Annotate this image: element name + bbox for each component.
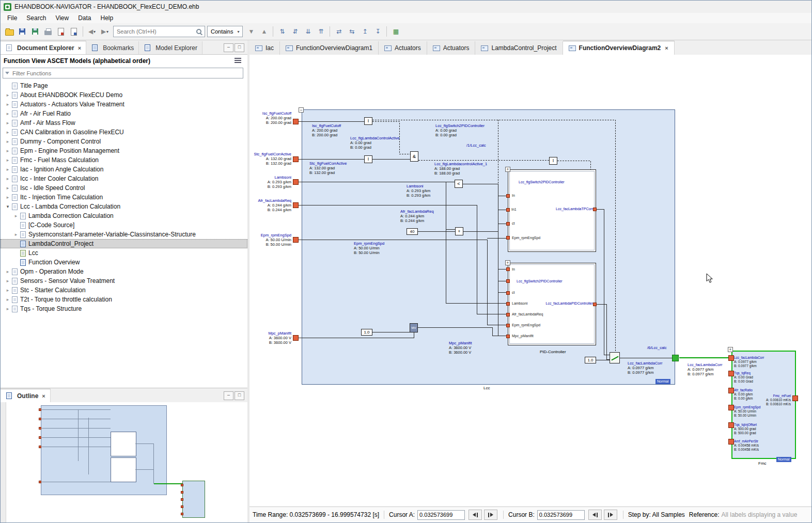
chevron-right-icon[interactable]: [5, 176, 11, 181]
find-previous-button[interactable]: ▲: [258, 25, 270, 38]
tree-item[interactable]: Sensors - Sensor Value Treatment: [1, 276, 247, 286]
invert-block[interactable]: I: [549, 157, 557, 165]
tab-outline[interactable]: Outline ×: [1, 389, 51, 402]
tab-actuators-2[interactable]: Actuators: [427, 41, 476, 55]
chevron-right-icon[interactable]: [5, 306, 11, 311]
tab-model-explorer[interactable]: Model Explorer: [139, 41, 202, 54]
chevron-right-icon[interactable]: [5, 92, 11, 98]
print-button[interactable]: [42, 25, 54, 38]
menu-search[interactable]: Search: [22, 13, 51, 23]
chevron-right-icon[interactable]: [5, 167, 11, 172]
invert-block[interactable]: I: [364, 155, 372, 163]
minimize-panel-button[interactable]: –: [224, 391, 233, 400]
chevron-right-icon[interactable]: [5, 195, 11, 200]
tree-item[interactable]: Systemconstant-Parameter-Variable-Classi…: [1, 230, 247, 239]
tree-item[interactable]: Fmc - Fuel Mass Calculation: [1, 155, 247, 165]
input-port[interactable]: [728, 439, 734, 445]
tree-item[interactable]: Lcc: [1, 248, 247, 258]
tree-item[interactable]: [C-Code Source]: [1, 220, 247, 230]
cursor-b-next-button[interactable]: [604, 510, 617, 520]
input-port[interactable]: [728, 371, 734, 376]
cursor-a-input[interactable]: [417, 510, 465, 520]
tree-item[interactable]: Iac - Ignition Angle Calculation: [1, 165, 247, 174]
close-icon[interactable]: ×: [665, 45, 668, 51]
expand-all-button[interactable]: ⇊: [302, 25, 314, 38]
sort-reverse-button[interactable]: ⇵: [289, 25, 301, 38]
tree-item[interactable]: Dummy - Component Control: [1, 137, 247, 146]
switch-block[interactable]: [610, 352, 620, 363]
constant-block[interactable]: 1.0: [585, 357, 596, 363]
chevron-right-icon[interactable]: [5, 102, 11, 107]
expand-block-icon[interactable]: +: [728, 347, 733, 352]
tree-item[interactable]: CAN Calibration in Gasoline FlexECU: [1, 128, 247, 137]
constant-block[interactable]: 1.0: [361, 329, 372, 336]
tree-item[interactable]: Lambda Correction Calculation: [1, 211, 247, 220]
tree-item[interactable]: Opm - Operation Mode: [1, 267, 247, 276]
add-block[interactable]: +: [455, 227, 463, 235]
and-block[interactable]: &: [410, 151, 418, 162]
cursor-b-previous-button[interactable]: [588, 510, 602, 520]
menu-help[interactable]: Help: [96, 13, 118, 23]
input-port[interactable]: [293, 179, 299, 185]
input-port[interactable]: [293, 119, 299, 124]
input-port[interactable]: [728, 388, 734, 393]
chevron-right-icon[interactable]: [13, 232, 19, 237]
view-menu-icon[interactable]: [235, 58, 241, 64]
chevron-right-icon[interactable]: [5, 120, 11, 125]
input-port[interactable]: [293, 335, 299, 341]
input-port[interactable]: [293, 237, 299, 243]
input-port[interactable]: [293, 156, 299, 162]
chevron-right-icon[interactable]: [5, 297, 11, 302]
tree-item[interactable]: Icc - Inter Cooler Calculation: [1, 174, 247, 183]
link-view-button[interactable]: ⇄: [333, 25, 345, 38]
navigate-forward-button[interactable]: ▶▾: [99, 25, 111, 38]
chevron-right-icon[interactable]: [5, 288, 11, 293]
cursor-b-input[interactable]: [537, 510, 585, 520]
maximize-panel-button[interactable]: □: [235, 391, 244, 400]
tab-actuators-1[interactable]: Actuators: [379, 41, 427, 55]
tree-item[interactable]: Function Overview: [1, 258, 247, 267]
tree-item-lcc[interactable]: Lcc - Lambda Correction Calculation: [1, 202, 247, 211]
minimize-panel-button[interactable]: –: [224, 43, 233, 52]
mux-block[interactable]: MV: [410, 323, 418, 332]
tree-item[interactable]: Itc - Injection Time Calculation: [1, 193, 247, 202]
search-input[interactable]: [116, 28, 196, 35]
go-child-button[interactable]: ↧: [371, 25, 384, 38]
chevron-right-icon[interactable]: [5, 269, 11, 274]
tree-item-lambdacontrol-project[interactable]: LambdaControl_Project: [1, 239, 247, 248]
tree-item[interactable]: Afr - Air Fuel Ratio: [1, 109, 247, 118]
tree-item[interactable]: Title Page: [1, 81, 247, 90]
export-report-button[interactable]: [68, 25, 80, 38]
navigate-back-button[interactable]: ◀▾: [86, 25, 98, 38]
tree-item[interactable]: Tqs - Torque Structure: [1, 304, 247, 313]
find-next-button[interactable]: ▼: [245, 25, 257, 38]
expand-block-icon[interactable]: +: [505, 167, 510, 172]
output-port[interactable]: [792, 395, 798, 401]
diagram-canvas[interactable]: − Isc_flgFuelCutoffA: 200.00 gradB: 200.…: [249, 55, 811, 507]
invert-block[interactable]: I: [364, 117, 372, 125]
tree-item[interactable]: Actuators - Actuators Value Treatment: [1, 100, 247, 109]
tab-document-explorer[interactable]: Document Explorer ×: [1, 41, 86, 54]
export-pdf-button[interactable]: [55, 25, 67, 38]
chevron-right-icon[interactable]: [5, 130, 11, 135]
less-than-block[interactable]: <: [455, 180, 463, 188]
filter-input[interactable]: [11, 70, 241, 77]
chevron-down-icon[interactable]: [5, 204, 11, 209]
close-icon[interactable]: ×: [78, 45, 81, 51]
menu-file[interactable]: File: [3, 13, 22, 23]
tab-bookmarks[interactable]: Bookmarks: [86, 41, 139, 54]
chevron-right-icon[interactable]: [5, 278, 11, 283]
chevron-right-icon[interactable]: [5, 139, 11, 144]
tab-iac[interactable]: Iac: [249, 41, 280, 55]
table-view-button[interactable]: ▦: [389, 25, 402, 38]
chevron-right-icon[interactable]: [5, 148, 11, 153]
close-icon[interactable]: ×: [42, 393, 45, 399]
sync-selection-button[interactable]: ⇆: [346, 25, 358, 38]
maximize-panel-button[interactable]: □: [235, 43, 244, 52]
cursor-a-previous-button[interactable]: [469, 510, 482, 520]
tab-lambdacontrol-project[interactable]: LambdaControl_Project: [475, 41, 563, 55]
tab-functionoverviewdiagram2[interactable]: FunctionOverviewDiagram2×: [563, 41, 675, 55]
tree-item[interactable]: Isc - Idle Speed Control: [1, 183, 247, 193]
collapse-block-icon[interactable]: −: [299, 107, 304, 113]
collapse-all-button[interactable]: ⇈: [315, 25, 327, 38]
